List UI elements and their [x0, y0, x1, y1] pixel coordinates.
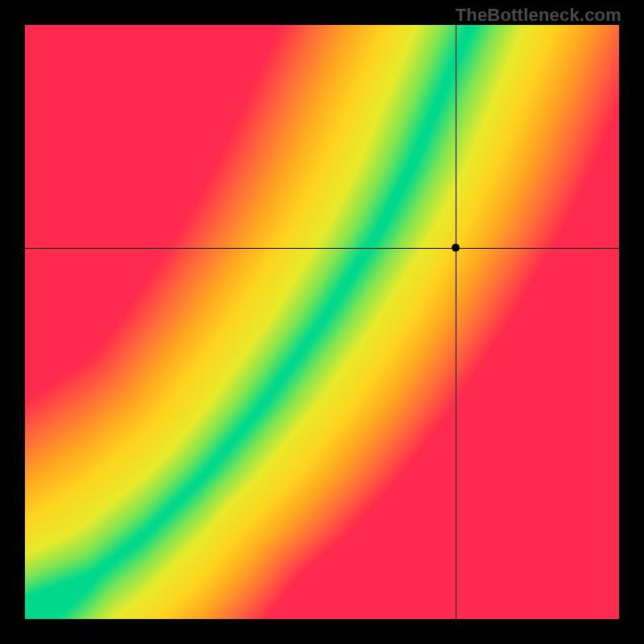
watermark-text: TheBottleneck.com: [456, 5, 621, 26]
bottleneck-heatmap: [25, 25, 619, 619]
chart-frame: TheBottleneck.com: [0, 0, 644, 644]
